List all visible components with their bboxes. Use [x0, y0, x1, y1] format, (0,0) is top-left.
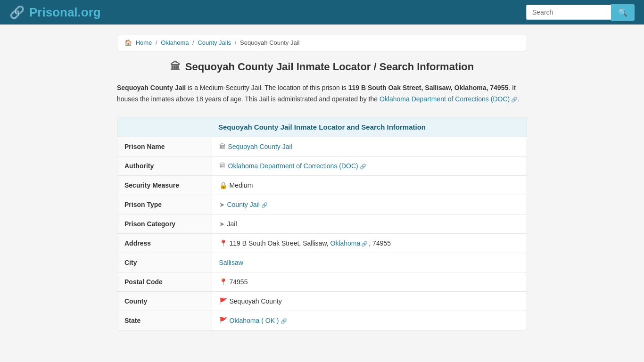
logo-suffix: .org [78, 5, 101, 19]
address-bold: 119 B South Oak Street, Sallisaw, Oklaho… [348, 84, 509, 91]
row-label: Prison Category [117, 214, 212, 233]
cell-link[interactable]: Oklahoma Department of Corrections (DOC) [228, 162, 358, 170]
jail-icon: 🏛 [170, 61, 181, 73]
ext-icon: 🔗 [360, 164, 366, 169]
address-text: 119 B South Oak Street, Sallisaw, [230, 239, 330, 247]
page-description: Sequoyah County Jail is a Medium-Securit… [117, 82, 527, 105]
table-row: Prison Type➤County Jail🔗 [117, 195, 527, 214]
category-icon: ➤ [219, 220, 225, 228]
prison-name-bold: Sequoyah County Jail [117, 84, 186, 91]
breadcrumb-category[interactable]: County Jails [198, 39, 231, 46]
site-logo[interactable]: Prisonal.org [29, 5, 101, 20]
row-label: Security Measure [117, 175, 212, 195]
breadcrumb-home[interactable]: Home [136, 39, 152, 46]
table-row: Address📍119 B South Oak Street, Sallisaw… [117, 233, 527, 253]
info-section: Sequoyah County Jail Inmate Locator and … [117, 117, 527, 330]
authority-icon: 🏛 [219, 162, 226, 170]
site-header: 🔗 Prisonal.org 🔍 [0, 0, 644, 25]
row-value: 📍74955 [212, 272, 527, 291]
table-row: Security Measure🔒Medium [117, 175, 527, 195]
postal-icon: 📍 [219, 278, 227, 286]
search-input[interactable] [526, 5, 611, 20]
cell-link[interactable]: County Jail [227, 201, 260, 208]
row-label: State [117, 311, 212, 330]
page-title: 🏛 Sequoyah County Jail Inmate Locator / … [117, 61, 527, 73]
row-label: Address [117, 233, 212, 253]
ext-link-icon: 🔗 [510, 97, 518, 102]
search-button[interactable]: 🔍 [611, 4, 635, 21]
row-label: Prison Name [117, 137, 212, 156]
home-icon: 🏠 [124, 39, 132, 46]
table-row: CitySallisaw [117, 253, 527, 272]
row-label: County [117, 291, 212, 311]
cell-text: 74955 [230, 278, 248, 286]
logo-main: Prisonal [29, 5, 78, 19]
row-label: Postal Code [117, 272, 212, 291]
cell-text: Jail [227, 220, 237, 228]
lock-icon: 🔒 [219, 181, 227, 189]
search-area: 🔍 [526, 4, 635, 21]
link-icon: 🔗 [361, 241, 368, 247]
cell-text: Sequoyah County [230, 297, 282, 305]
row-value: 📍119 B South Oak Street, Sallisaw, Oklah… [212, 233, 527, 253]
cell-link[interactable]: Sequoyah County Jail [228, 143, 292, 150]
row-value: 🚩Oklahoma ( OK )🔗 [212, 311, 527, 330]
main-content: 🏠 Home / Oklahoma / County Jails / Sequo… [110, 25, 534, 349]
logo-icon: 🔗 [9, 5, 25, 20]
address-icon: 📍 [219, 239, 227, 247]
logo-area: 🔗 Prisonal.org [9, 5, 101, 20]
row-value: 🚩Sequoyah County [212, 291, 527, 311]
row-value: ➤County Jail🔗 [212, 195, 527, 214]
state-link[interactable]: Oklahoma [330, 239, 361, 247]
breadcrumb: 🏠 Home / Oklahoma / County Jails / Sequo… [117, 34, 527, 51]
ext-icon: 🔗 [261, 202, 268, 208]
info-table: Prison Name🏛Sequoyah County JailAuthorit… [117, 137, 527, 330]
doc-link[interactable]: Oklahoma Department of Corrections (DOC) [380, 95, 510, 103]
breadcrumb-state[interactable]: Oklahoma [161, 39, 189, 46]
row-value: 🏛Oklahoma Department of Corrections (DOC… [212, 156, 527, 175]
breadcrumb-current: Sequoyah County Jail [240, 39, 299, 46]
table-row: Authority🏛Oklahoma Department of Correct… [117, 156, 527, 175]
table-row: State🚩Oklahoma ( OK )🔗 [117, 311, 527, 330]
type-icon: ➤ [219, 201, 225, 208]
row-value: 🔒Medium [212, 175, 527, 195]
table-row: County🚩Sequoyah County [117, 291, 527, 311]
county-icon: 🚩 [219, 297, 227, 305]
state-icon: 🚩 [219, 317, 227, 324]
cell-link[interactable]: Oklahoma ( OK ) [230, 317, 279, 324]
info-section-header: Sequoyah County Jail Inmate Locator and … [117, 117, 527, 137]
ext-icon: 🔗 [281, 318, 287, 324]
table-row: Prison Category➤Jail [117, 214, 527, 233]
row-label: City [117, 253, 212, 272]
row-value: ➤Jail [212, 214, 527, 233]
table-row: Prison Name🏛Sequoyah County Jail [117, 137, 527, 156]
row-value: Sallisaw [212, 253, 527, 272]
row-label: Authority [117, 156, 212, 175]
table-row: Postal Code📍74955 [117, 272, 527, 291]
cell-link[interactable]: Sallisaw [219, 259, 243, 266]
row-value: 🏛Sequoyah County Jail [212, 137, 527, 156]
postal-suffix: , 74955 [369, 239, 391, 247]
row-label: Prison Type [117, 195, 212, 214]
cell-text: Medium [230, 181, 253, 189]
prison-icon: 🏛 [219, 143, 226, 150]
